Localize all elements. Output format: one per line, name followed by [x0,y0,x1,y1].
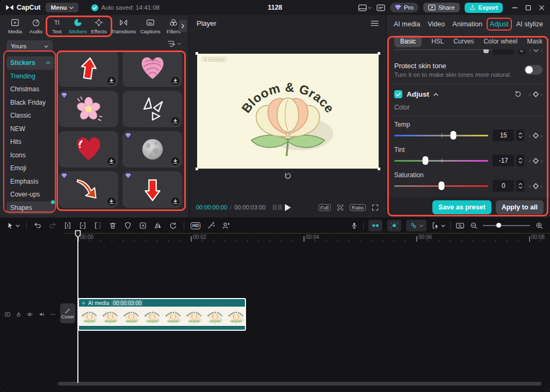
mute-shield-button[interactable] [124,221,132,230]
linking-button[interactable] [406,220,426,231]
preview-canvas[interactable]: AI Generated [197,54,379,169]
frame-preview-icon[interactable] [273,205,282,210]
slider-handle[interactable] [422,156,428,165]
media-tab-audio[interactable]: Audio [26,16,46,36]
play-button[interactable] [284,204,291,212]
main-track-magnet-button[interactable] [368,220,382,231]
sidebar-item-new[interactable]: NEW [6,122,54,136]
close-button[interactable] [539,5,545,11]
share-button[interactable]: Share [423,3,460,12]
delete-button[interactable] [108,221,117,230]
split-button[interactable] [78,221,87,230]
media-tab-stickers[interactable]: Stickers [68,16,88,36]
slider-value[interactable]: 15 [493,129,514,141]
filter-icon[interactable] [168,40,176,47]
select-tool-button[interactable] [6,222,20,230]
track-type-icon[interactable] [4,311,11,318]
replace-rotate-button[interactable] [169,221,177,230]
redo-button[interactable] [48,221,57,230]
crop-button[interactable] [139,221,147,230]
subtab-hsl[interactable]: HSL [431,38,444,45]
bloom-grace-logo[interactable] [225,61,351,162]
slider-handle[interactable] [483,49,489,53]
sticker-arrow-down[interactable] [122,171,182,208]
subtab-color-wheel[interactable]: Color wheel [483,38,517,45]
stepper[interactable] [516,180,524,192]
next-keyframe-icon[interactable]: › [540,183,542,190]
zoom-slider-handle[interactable] [496,223,501,228]
timeline-clip[interactable]: AI media 00:00:03:00 [78,298,246,331]
zoom-selection-icon[interactable] [336,204,344,212]
magic-wand-button[interactable] [207,221,215,230]
record-voiceover-button[interactable] [350,221,358,230]
next-keyframe-icon[interactable]: › [540,132,542,139]
playhead[interactable] [77,234,78,383]
full-button[interactable]: Full [319,204,331,211]
hd-badge[interactable]: HD [191,222,200,229]
sticker-heart-scribble[interactable] [122,50,182,87]
sticker-shards[interactable] [122,91,182,127]
stepper[interactable] [516,129,524,141]
maximize-button[interactable] [525,5,531,11]
sidebar-item-stickers[interactable]: Stickers [6,56,54,70]
sidebar-item-christmas[interactable]: Christmas [6,83,54,96]
cover-button[interactable]: Cover [60,303,75,323]
sidebar-item-emphasis[interactable]: Emphasis [6,175,54,188]
snap-cursor-button[interactable] [431,221,445,230]
tab-ai-media[interactable]: AI media [394,20,420,28]
prev-keyframe-icon[interactable]: ‹ [529,183,531,190]
slider-value[interactable]: 0 [493,180,514,192]
undo-button[interactable] [33,221,42,230]
reset-icon[interactable] [514,90,522,98]
layout-panel-button[interactable] [358,4,372,11]
keyframe-nav[interactable]: ‹› [529,157,542,164]
tab-ai-stylize[interactable]: AI stylize [516,20,543,28]
protect-skin-tone-toggle[interactable] [524,65,542,75]
player-menu-icon[interactable] [371,20,379,26]
selection-handle[interactable] [378,52,380,55]
sticker-flower[interactable] [59,91,118,127]
keyframe-nav[interactable]: ‹› [529,132,542,139]
sticker-arrow-up[interactable] [59,50,118,87]
selection-handle[interactable] [196,168,198,170]
save-as-preset-button[interactable]: Save as preset [432,200,491,214]
rotate-handle[interactable] [284,172,292,180]
layout-list-button[interactable] [377,4,385,11]
slider-handle[interactable] [451,131,457,140]
adjust-checkbox[interactable] [394,90,402,98]
sidebar-item-shapes[interactable]: Shapes [6,201,54,215]
media-tab-media[interactable]: Media [5,16,25,36]
sidebar-item-emoji[interactable]: Emoji [6,162,54,175]
timeline-ruler[interactable]: 00:0000:0200:0400:0600:08 [0,234,550,243]
sticker-heart-glossy[interactable] [59,131,118,168]
sidebar-item-icons[interactable]: Icons [6,149,54,162]
collection-dropdown[interactable]: Yours [6,40,53,52]
tab-adjust[interactable]: Adjust [490,20,509,28]
selection-handle[interactable] [196,52,198,55]
prev-keyframe-icon[interactable]: ‹ [529,132,531,139]
subtab-curves[interactable]: Curves [453,38,474,45]
sidebar-item-trending[interactable]: Trending [6,70,54,83]
slider-value[interactable]: -17 [493,155,514,166]
collapse-caret-icon[interactable] [433,93,438,96]
stepper[interactable] [516,155,524,166]
slider-track[interactable] [394,181,488,191]
more-options-icon[interactable] [50,311,56,318]
slider-handle[interactable] [438,182,444,190]
slider-track[interactable] [394,156,488,165]
menu-button[interactable]: Menu [46,3,78,12]
slider-value[interactable] [493,49,514,55]
tabstrip-expand-button[interactable] [179,20,187,32]
keyframe-nav[interactable]: ‹› [529,91,542,98]
stepper[interactable] [518,49,525,55]
sidebar-item-hits[interactable]: Hits [6,135,54,149]
timeline-zoom-slider[interactable] [483,222,530,229]
media-tab-captions[interactable]: Captions [138,16,163,36]
tab-animation[interactable]: Animation [452,20,482,28]
character-button[interactable] [222,221,230,230]
media-tab-transitions[interactable]: Transitions [110,16,138,36]
auto-attract-button[interactable] [387,220,401,231]
split-left-button[interactable] [63,221,72,230]
sidebar-item-classic[interactable]: Classic [6,109,54,122]
ratio-button[interactable]: Ratio [350,204,366,211]
